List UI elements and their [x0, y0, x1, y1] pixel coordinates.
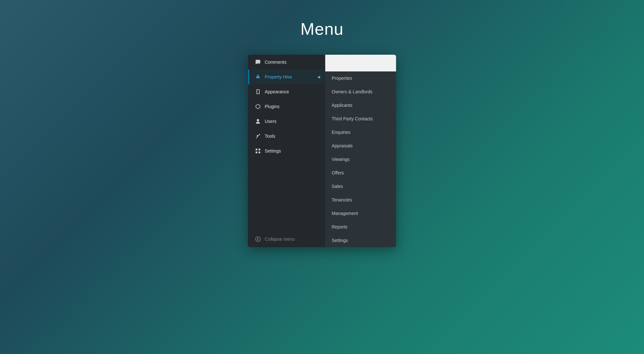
sidebar-item-label-tools: Tools	[265, 134, 275, 139]
sidebar-item-users[interactable]: Users	[248, 114, 325, 129]
sidebar: Comments Property Hive ◀ Appearance	[248, 55, 325, 247]
submenu-item-offers[interactable]: Offers	[325, 166, 396, 180]
sidebar-item-label-settings: Settings	[265, 148, 281, 154]
sidebar-spacer	[248, 158, 325, 231]
submenu-arrow-icon: ◀	[317, 75, 320, 79]
sidebar-item-plugins[interactable]: Plugins	[248, 99, 325, 114]
sidebar-item-property-hive[interactable]: Property Hive ◀	[248, 70, 325, 84]
sidebar-item-collapse[interactable]: Collapse menu	[248, 231, 325, 247]
svg-rect-2	[256, 152, 257, 153]
submenu-item-sales[interactable]: Sales	[325, 180, 396, 193]
svg-rect-1	[259, 149, 260, 150]
plugins-icon	[254, 103, 261, 110]
submenu-item-third-party-contacts[interactable]: Third Party Contacts	[325, 112, 396, 126]
submenu-header	[325, 55, 396, 71]
submenu-item-applicants[interactable]: Applicants	[325, 98, 396, 112]
submenu-item-properties[interactable]: Properties	[325, 71, 396, 85]
comment-icon	[254, 59, 261, 66]
menu-container: Comments Property Hive ◀ Appearance	[248, 55, 396, 247]
sidebar-item-label-appearance: Appearance	[265, 89, 289, 94]
page-title: Menu	[300, 19, 344, 39]
submenu-item-enquiries[interactable]: Enquiries	[325, 126, 396, 139]
submenu-item-viewings[interactable]: Viewings	[325, 153, 396, 166]
submenu: Properties Owners & Landlords Applicants…	[325, 55, 396, 247]
appearance-icon	[254, 88, 261, 95]
svg-rect-3	[259, 152, 260, 153]
svg-point-4	[256, 237, 260, 241]
submenu-item-settings-sub[interactable]: Settings	[325, 234, 396, 247]
sidebar-item-label-comments: Comments	[265, 60, 287, 65]
sidebar-item-label-property-hive: Property Hive	[265, 74, 292, 79]
collapse-icon	[254, 236, 261, 243]
settings-icon	[254, 147, 261, 154]
users-icon	[254, 118, 261, 125]
submenu-item-management[interactable]: Management	[325, 207, 396, 220]
sidebar-item-label-plugins: Plugins	[265, 104, 279, 109]
hive-icon	[254, 73, 261, 80]
submenu-item-reports[interactable]: Reports	[325, 220, 396, 234]
submenu-item-tenancies[interactable]: Tenancies	[325, 193, 396, 207]
svg-rect-0	[256, 149, 257, 150]
sidebar-item-tools[interactable]: Tools	[248, 129, 325, 144]
sidebar-item-label-users: Users	[265, 119, 277, 124]
sidebar-item-label-collapse: Collapse menu	[265, 237, 295, 242]
sidebar-item-settings[interactable]: Settings	[248, 144, 325, 158]
sidebar-item-comments[interactable]: Comments	[248, 55, 325, 70]
sidebar-item-appearance[interactable]: Appearance	[248, 84, 325, 99]
submenu-item-owners-landlords[interactable]: Owners & Landlords	[325, 85, 396, 98]
submenu-item-appraisals[interactable]: Appraisals	[325, 139, 396, 153]
tools-icon	[254, 133, 261, 140]
